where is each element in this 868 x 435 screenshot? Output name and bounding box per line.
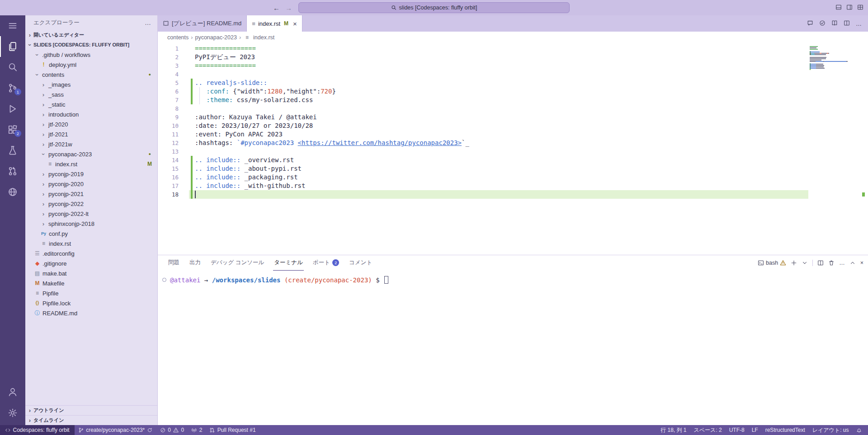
activity-run-debug[interactable] (0, 98, 25, 119)
panel-tab-5[interactable]: コメント (348, 255, 373, 271)
status-left: Codespaces: fluffy orbitcreate/pyconapac… (0, 425, 259, 435)
status-notifications[interactable] (853, 425, 866, 435)
editor[interactable]: 1================2PyPIデビュー 20233========… (158, 43, 868, 255)
minimap-segment (846, 61, 847, 62)
tree-item-images[interactable]: ›_images (25, 80, 157, 89)
more-actions-icon[interactable]: … (145, 19, 151, 26)
tree-item-contents[interactable]: ›contents● (25, 70, 157, 80)
open-editors-section[interactable]: › 開いているエディター (25, 30, 157, 40)
tree-item-jtf-2020[interactable]: ›jtf-2020 (25, 119, 157, 129)
tab-index-rst[interactable]: ≡index.rstM× (247, 15, 302, 32)
tree-item-pyconapac-2023[interactable]: ›pyconapac-2023● (25, 149, 157, 159)
customize-layout-button[interactable] (857, 4, 863, 12)
line-number: 7 (158, 96, 179, 104)
panel-tab-1[interactable]: 出力 (189, 255, 202, 271)
tree-item-jtf-2021[interactable]: ›jtf-2021 (25, 129, 157, 139)
close-icon[interactable]: × (293, 20, 297, 28)
activity-accounts[interactable] (0, 382, 25, 402)
tree-item-jtf-2021w[interactable]: ›jtf-2021w (25, 139, 157, 149)
activity-settings[interactable] (0, 402, 25, 423)
activity-live-preview[interactable] (0, 182, 25, 202)
badge: 2 (14, 130, 21, 137)
globe-icon (8, 187, 18, 197)
tree-item-pipfile[interactable]: ≡Pipfile (25, 288, 157, 298)
activity-source-control[interactable]: 1 (0, 78, 25, 98)
editor-action-comments[interactable] (807, 20, 813, 28)
maximize-panel[interactable] (849, 260, 856, 266)
tree-item-pyconjp-2022-lt[interactable]: ›pyconjp-2022-lt (25, 209, 157, 219)
status-cursor-position[interactable]: 行 18, 列 1 (657, 425, 690, 435)
kill-terminal[interactable] (828, 260, 835, 266)
workspace-root-section[interactable]: › SLIDES [CODESPACES: FLUFFY ORBIT] (25, 40, 157, 50)
editor-action-more[interactable]: … (856, 20, 862, 27)
minimap-segment (811, 53, 814, 54)
tree-item-sphinxconjp-2018[interactable]: ›sphinxconjp-2018 (25, 219, 157, 229)
toggle-secondary-sidebar-button[interactable] (846, 4, 853, 12)
minimap[interactable] (808, 43, 858, 70)
tree-item-pyconjp-2022[interactable]: ›pyconjp-2022 (25, 199, 157, 209)
tree-item-deploy-yml[interactable]: !deploy.yml (25, 60, 157, 70)
tree-item-pyconjp-2019[interactable]: ›pyconjp-2019 (25, 169, 157, 179)
tree-item-conf-py[interactable]: Pyconf.py (25, 229, 157, 239)
tree-item-pipfile-lock[interactable]: {}Pipfile.lock (25, 298, 157, 308)
status-encoding[interactable]: UTF-8 (726, 425, 748, 435)
tab-readme-md[interactable]: [プレビュー] README.md (158, 15, 247, 32)
status-indentation[interactable]: スペース: 2 (690, 425, 726, 435)
sidebar-section-0[interactable]: ›アウトライン (25, 405, 157, 415)
sidebar-section-1[interactable]: ›タイムライン (25, 415, 157, 425)
new-terminal[interactable] (791, 260, 797, 266)
tree-item-gitignore[interactable]: ◆.gitignore (25, 258, 157, 268)
breadcrumb-item[interactable]: pyconapac-2023 (195, 34, 236, 41)
panel-tab-3[interactable]: ターミナル (273, 255, 304, 271)
activity-menu[interactable] (0, 15, 25, 36)
tree-item-pyconjp-2021[interactable]: ›pyconjp-2021 (25, 189, 157, 199)
trash-icon (828, 260, 835, 266)
breadcrumb-item[interactable]: contents (167, 34, 189, 41)
panel-tab-4[interactable]: ポート2 (312, 255, 340, 271)
tree-item-editorconfig[interactable]: ☰.editorconfig (25, 248, 157, 258)
status-remote-indicator[interactable]: Codespaces: fluffy orbit (0, 425, 75, 435)
activity-testing[interactable] (0, 140, 25, 161)
tree-item-index-rst[interactable]: ≡index.rstM (25, 159, 157, 169)
editor-action-split[interactable] (844, 20, 850, 28)
panel-tab-2[interactable]: デバッグ コンソール (210, 255, 265, 271)
tree-item-readme-md[interactable]: ⓘREADME.md (25, 308, 157, 318)
activity-explorer[interactable] (0, 36, 25, 57)
terminal-profiles-dropdown[interactable] (802, 260, 808, 266)
breadcrumb-item[interactable]: index.rst (253, 34, 274, 41)
badge: 1 (14, 89, 21, 95)
tree-item-makefile[interactable]: MMakefile (25, 278, 157, 288)
status-problems[interactable]: 00 (156, 425, 188, 435)
activity-search[interactable] (0, 57, 25, 78)
tree-item-sass[interactable]: ›_sass (25, 89, 157, 99)
activity-github-pull-requests[interactable] (0, 161, 25, 182)
status-pull-request[interactable]: Pull Request #1 (206, 425, 259, 435)
close-panel[interactable]: × (860, 260, 863, 266)
status-branch[interactable]: create/pyconapac-2023* (75, 425, 156, 435)
overview-ruler[interactable] (858, 43, 868, 255)
tree-item-make-bat[interactable]: ▤make.bat (25, 268, 157, 278)
terminal[interactable]: @attakei → /workspaces/slides (create/py… (158, 271, 868, 425)
tree-item-pyconjp-2020[interactable]: ›pyconjp-2020 (25, 179, 157, 189)
activity-extensions[interactable]: 2 (0, 119, 25, 140)
split-terminal[interactable] (817, 260, 824, 266)
more-actions[interactable]: … (839, 260, 845, 266)
tree-item-index-rst[interactable]: ≡index.rst (25, 239, 157, 248)
status-language-mode[interactable]: reStructuredText (762, 425, 809, 435)
tree-item-static[interactable]: ›_static (25, 99, 157, 109)
forward-button[interactable]: → (285, 4, 292, 12)
editor-action-open-preview[interactable] (831, 20, 838, 28)
panel-tab-0[interactable]: 問題 (167, 255, 180, 271)
command-center-search[interactable]: slides [Codespaces: fluffy orbit] (298, 2, 570, 13)
back-button[interactable]: ← (273, 4, 280, 12)
tree-item-introduction[interactable]: ›introduction (25, 109, 157, 119)
line-number: 5 (158, 79, 179, 87)
status-keyboard-layout[interactable]: レイアウト: us (809, 425, 853, 435)
terminal-shell[interactable]: bash (758, 260, 786, 266)
editor-action-tasks[interactable] (819, 20, 826, 28)
vscode-window: ← → slides [Codespaces: fluffy orbit] 12… (0, 0, 868, 435)
toggle-panel-button[interactable] (835, 4, 842, 12)
status-eol[interactable]: LF (748, 425, 762, 435)
tree-item-github-workflows[interactable]: ›.github / workflows (25, 50, 157, 60)
status-ports[interactable]: 2 (188, 425, 206, 435)
